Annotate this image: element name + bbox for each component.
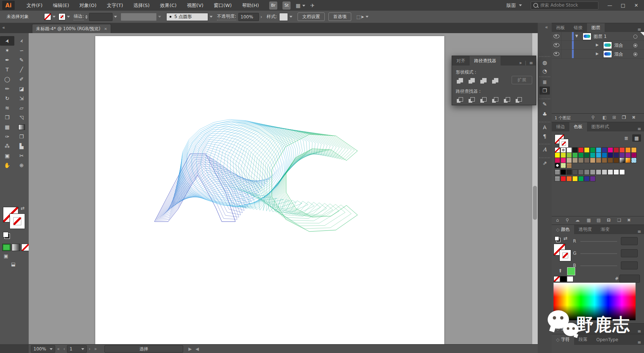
swatch[interactable] xyxy=(631,158,637,163)
new-color-group-icon[interactable]: ⊟ xyxy=(607,218,611,223)
swatch[interactable] xyxy=(578,152,584,158)
swatch[interactable] xyxy=(566,147,572,153)
layer-target-icon[interactable] xyxy=(633,52,637,56)
transform-menu-icon[interactable]: ≡ xyxy=(637,329,641,334)
tab-transparency[interactable]: 透明度 xyxy=(574,225,596,234)
menu-item[interactable]: 视图(V) xyxy=(182,1,209,10)
swatch[interactable] xyxy=(555,176,560,181)
swatch[interactable] xyxy=(602,152,607,158)
layer-name[interactable]: 混合 xyxy=(614,42,623,49)
layer-row[interactable]: ▶ 混合 xyxy=(552,41,644,50)
swatch[interactable] xyxy=(590,158,595,163)
tab-paragraph[interactable]: 段落 xyxy=(574,334,592,345)
menu-item[interactable]: 编辑(E) xyxy=(48,1,74,10)
paragraph-styles-panel-icon[interactable]: ¶ xyxy=(540,132,550,140)
stroke-proxy-swatch[interactable] xyxy=(559,250,571,261)
swatches-menu-icon[interactable]: ≡ xyxy=(637,126,641,131)
swatch[interactable] xyxy=(596,147,601,153)
swatch[interactable] xyxy=(631,147,637,153)
tab-links[interactable]: 链接 xyxy=(569,23,587,32)
swatch[interactable] xyxy=(625,152,631,158)
swatch[interactable] xyxy=(619,147,625,153)
chevron-right-icon[interactable]: ▶ xyxy=(596,43,599,47)
perspective-grid-tool[interactable]: ◹ xyxy=(14,113,29,122)
scrollbar-right-icon[interactable]: ▶ xyxy=(188,346,192,352)
swatch[interactable] xyxy=(566,158,572,163)
screen-mode-icon[interactable]: ⬓ xyxy=(11,261,15,267)
close-button[interactable]: ✕ xyxy=(630,1,643,10)
default-fill-stroke-icon[interactable] xyxy=(555,236,559,241)
tab-character[interactable]: ◇字符 xyxy=(552,334,574,345)
hand-tool[interactable]: ✋ xyxy=(0,160,14,170)
symbol-sprayer-tool[interactable]: ⁂ xyxy=(0,141,14,151)
first-artboard-icon[interactable]: « xyxy=(57,346,60,352)
artboard-tool[interactable]: ▣ xyxy=(0,151,14,160)
brush-dropdown-icon[interactable] xyxy=(210,16,213,18)
default-fill-stroke-icon[interactable] xyxy=(3,232,8,237)
swatch[interactable] xyxy=(584,147,590,153)
swatch[interactable] xyxy=(619,152,625,158)
swap-fill-stroke-icon[interactable]: ⇄ xyxy=(21,205,25,211)
clipping-mask-icon[interactable]: ◧ xyxy=(602,115,606,120)
stock-icon[interactable]: St xyxy=(282,1,291,10)
new-swatch-icon[interactable]: ❏ xyxy=(617,218,621,223)
minus-back-button[interactable] xyxy=(515,96,523,104)
swatch[interactable] xyxy=(572,147,578,153)
chevron-right-icon[interactable]: ▶ xyxy=(596,52,599,56)
layer-name[interactable]: 混合 xyxy=(614,51,623,57)
swatch[interactable] xyxy=(625,158,631,163)
swatch[interactable] xyxy=(555,152,560,158)
preferences-button[interactable]: 首选项 xyxy=(328,13,351,21)
menu-item[interactable]: 选择(S) xyxy=(128,1,154,10)
visibility-toggle[interactable] xyxy=(552,50,562,58)
swatch[interactable] xyxy=(578,176,584,181)
tab-layers[interactable]: 图层 xyxy=(587,23,605,32)
character-menu-icon[interactable]: ≡ xyxy=(637,340,641,345)
show-swatch-kinds-icon[interactable]: ▦ xyxy=(587,218,591,223)
layer-target-icon[interactable] xyxy=(633,43,637,47)
new-sublayer-icon[interactable]: ⊞ xyxy=(612,115,616,120)
none-swatch[interactable] xyxy=(554,276,560,282)
last-color-swatch[interactable] xyxy=(567,267,575,275)
vertical-scrollbar-thumb[interactable] xyxy=(533,186,537,220)
swatch[interactable] xyxy=(555,163,560,168)
collapse-toolbar-icon[interactable]: « xyxy=(2,25,5,30)
visibility-toggle[interactable] xyxy=(552,32,562,40)
tab-gradient[interactable]: 渐变 xyxy=(596,225,614,234)
swatch[interactable] xyxy=(608,152,613,158)
brush-definition-dropdown[interactable]: 5 点圆形 xyxy=(166,13,208,21)
swatch[interactable] xyxy=(613,158,619,163)
swatch[interactable] xyxy=(602,169,607,175)
tab-transform[interactable]: ◇变换 xyxy=(552,324,574,334)
swatch[interactable] xyxy=(566,163,572,168)
intersect-button[interactable] xyxy=(479,77,488,85)
swatch[interactable] xyxy=(561,176,566,181)
menu-item[interactable]: 文件(F) xyxy=(21,1,48,10)
stroke-weight-field[interactable] xyxy=(89,13,113,21)
swatch[interactable] xyxy=(584,176,590,181)
color-themes-icon[interactable]: ⚲ xyxy=(566,218,569,223)
mesh-tool[interactable]: ▦ xyxy=(0,122,14,132)
type-tool[interactable]: T xyxy=(0,65,14,74)
zoom-tool[interactable]: ⊕ xyxy=(14,160,29,170)
swatch[interactable] xyxy=(572,152,578,158)
swatch[interactable] xyxy=(608,147,613,153)
workspace-switcher[interactable]: 版面 xyxy=(506,2,522,9)
swatch-libraries-icon[interactable]: ⌂ xyxy=(556,218,559,223)
new-layer-icon[interactable]: ❐ xyxy=(622,115,626,120)
fill-swatch[interactable] xyxy=(44,13,51,20)
gradient-tool[interactable] xyxy=(14,122,29,132)
maximize-button[interactable]: □ xyxy=(617,1,629,10)
swatch[interactable] xyxy=(596,158,601,163)
divide-button[interactable] xyxy=(456,96,464,104)
menu-item[interactable]: 文字(T) xyxy=(102,1,128,10)
swatch[interactable] xyxy=(590,147,595,153)
black-swatch[interactable] xyxy=(560,276,567,282)
select-similar-dropdown-icon[interactable] xyxy=(366,16,369,18)
chevron-down-icon[interactable]: ▼ xyxy=(575,34,578,38)
outline-button[interactable] xyxy=(503,96,511,104)
swatch[interactable] xyxy=(619,158,625,163)
blend-tool[interactable]: ❐ xyxy=(14,132,29,141)
tab-color[interactable]: ◇颜色 xyxy=(552,225,574,234)
swatch[interactable] xyxy=(555,147,560,153)
